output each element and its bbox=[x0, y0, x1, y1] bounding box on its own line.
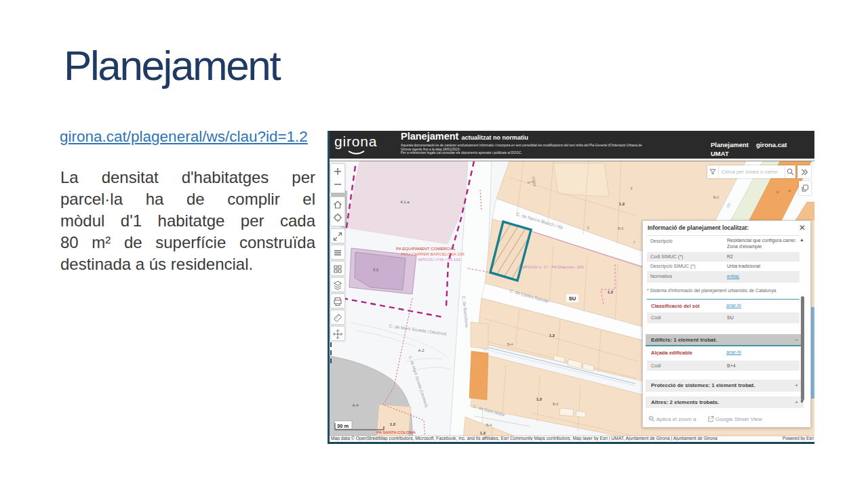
svg-text:1.2: 1.2 bbox=[549, 333, 555, 338]
svg-text:1.2: 1.2 bbox=[390, 422, 396, 426]
svg-text:30 m: 30 m bbox=[337, 423, 349, 429]
svg-text:MPGOU n. 17 - PA Diaconiu. 103: MPGOU n. 17 - PA Diaconiu. 103 bbox=[521, 264, 584, 269]
svg-text:1.2: 1.2 bbox=[619, 202, 625, 206]
svg-text:B+4: B+4 bbox=[507, 343, 513, 346]
svg-text:PA SANTA COLOMA: PA SANTA COLOMA bbox=[376, 430, 416, 434]
svg-text:PA EQUIPAMENT COMERCIAL: PA EQUIPAMENT COMERCIAL bbox=[396, 246, 456, 251]
svg-text:PMU CARRER BARCELONA 106: PMU CARRER BARCELONA 106 bbox=[401, 251, 465, 256]
svg-text:1.2: 1.2 bbox=[480, 431, 486, 435]
svg-text:B+3: B+3 bbox=[553, 403, 559, 406]
svg-text:48: 48 bbox=[788, 189, 791, 192]
svg-text:M: M bbox=[776, 190, 778, 194]
svg-text:SU: SU bbox=[569, 296, 576, 302]
svg-text:4.1.a: 4.1.a bbox=[400, 200, 410, 204]
svg-text:A.4: A.4 bbox=[352, 403, 359, 407]
svg-text:3.2: 3.2 bbox=[373, 268, 379, 272]
svg-text:A.2: A.2 bbox=[418, 348, 425, 352]
svg-text:Powered by Esri: Powered by Esri bbox=[783, 436, 814, 441]
svg-text:B+2: B+2 bbox=[713, 196, 719, 199]
svg-text:1.2: 1.2 bbox=[536, 397, 542, 401]
svg-text:B+3: B+3 bbox=[618, 227, 624, 230]
svg-text:MPGOU nº46 / PA 103: MPGOU nº46 / PA 103 bbox=[418, 257, 461, 262]
svg-text:Map data © OpenStreetMap contr: Map data © OpenStreetMap contributors, M… bbox=[331, 436, 717, 441]
svg-text:B+4: B+4 bbox=[486, 424, 492, 427]
svg-text:1.2: 1.2 bbox=[608, 290, 614, 294]
